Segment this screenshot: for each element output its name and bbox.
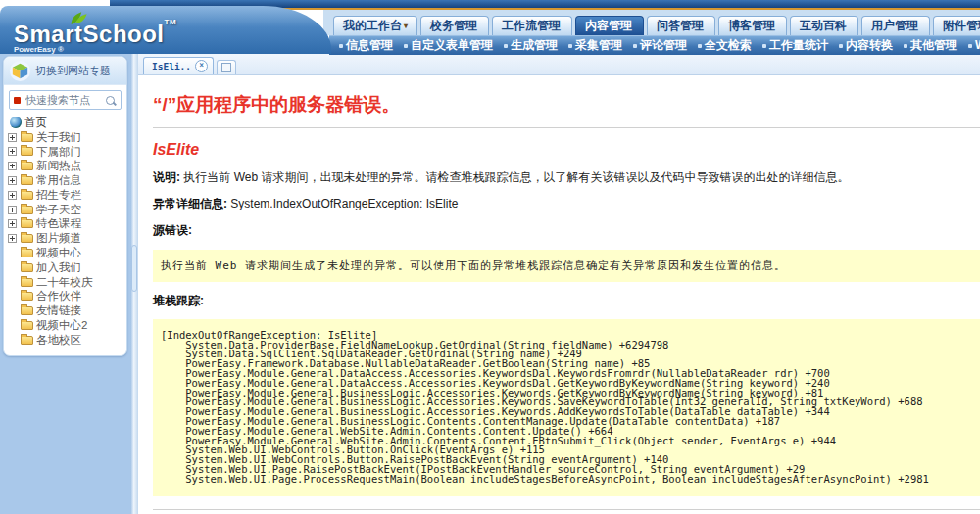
tree-node[interactable]: 合作伙伴: [8, 290, 124, 304]
folder-icon: [21, 292, 33, 301]
description-row: 说明: 执行当前 Web 请求期间，出现未处理的异常。请检查堆栈跟踪信息，以了解…: [153, 169, 980, 185]
nav-tab[interactable]: 附件管理: [933, 16, 980, 35]
folder-icon: [21, 234, 33, 243]
folder-icon: [21, 147, 33, 156]
bullet-icon: [568, 44, 572, 48]
expand-icon[interactable]: [8, 306, 17, 315]
source-error-box: 执行当前 Web 请求期间生成了未处理的异常。可以使用下面的异常堆栈跟踪信息确定…: [153, 250, 980, 282]
expand-icon[interactable]: [8, 234, 17, 243]
leaf-icon: [67, 10, 88, 26]
bullet-icon: [904, 44, 907, 48]
expand-icon[interactable]: [8, 162, 17, 170]
expand-icon[interactable]: [8, 191, 17, 200]
subnav-item[interactable]: 评论管理: [633, 37, 687, 54]
folder-icon: [21, 191, 33, 200]
source-error-row: 源错误:: [153, 222, 980, 238]
brand-tm: TM: [165, 18, 177, 26]
nav-tab[interactable]: 问答管理: [647, 16, 715, 35]
sub-nav: 信息管理 自定义表单管理 生成管理 采集管理 评论管理 全文检索: [329, 35, 980, 55]
nav-tab[interactable]: 工作流管理: [492, 16, 572, 35]
tree-node[interactable]: 友情链接: [8, 304, 124, 318]
expand-icon[interactable]: [8, 336, 17, 345]
nav-tab[interactable]: 互动百科: [790, 16, 858, 35]
tree-node[interactable]: 首页: [8, 116, 124, 130]
stack-trace-row: 堆栈跟踪:: [153, 293, 980, 308]
dropdown-arrow-icon: ▾: [404, 23, 408, 30]
sidebar: 切换到网站专题 首页 关于我们: [0, 54, 130, 514]
document-tab-label: IsEli..: [152, 61, 191, 71]
bullet-icon: [633, 44, 637, 48]
subnav-item[interactable]: 全文检索: [698, 37, 752, 54]
expand-icon[interactable]: [8, 219, 17, 228]
search-icon[interactable]: [106, 96, 115, 105]
expand-icon[interactable]: [8, 278, 17, 287]
bullet-icon: [698, 44, 702, 48]
bullet-icon: [839, 44, 843, 48]
tab-close-icon[interactable]: ×: [195, 60, 208, 72]
app-window: SmartSchoolTM PowerEasy ® 我的工作台 ▾ 校务管理 工…: [0, 0, 980, 514]
switch-site-link[interactable]: 切换到网站专题: [35, 64, 111, 78]
document-tabbar: IsEli.. ×: [138, 54, 980, 75]
tree-node[interactable]: 下属部门: [8, 145, 124, 160]
tree-node[interactable]: 图片频道: [8, 231, 124, 246]
tree-node[interactable]: 视频中心2: [8, 318, 124, 333]
tree-node[interactable]: 常用信息: [8, 173, 124, 188]
brand-subtitle: PowerEasy ®: [14, 45, 64, 54]
folder-icon: [21, 306, 33, 315]
folder-icon: [21, 278, 33, 287]
expand-icon[interactable]: [8, 263, 17, 272]
tree-node[interactable]: 关于我们: [8, 130, 124, 145]
subnav-item[interactable]: 信息管理: [339, 37, 393, 54]
subnav-item[interactable]: 工作量统计: [762, 37, 828, 54]
bullet-icon: [762, 44, 766, 48]
tab-menu-icon: [221, 63, 231, 72]
splitter-grip-icon[interactable]: [131, 245, 137, 292]
tree-node[interactable]: 二十年校庆: [8, 275, 124, 290]
subnav-item[interactable]: 生成管理: [504, 37, 558, 54]
details-label: 异常详细信息:: [153, 197, 227, 210]
site-tree: 首页 关于我们 下属部门 新闻热点: [4, 114, 126, 355]
node-search-box[interactable]: [9, 90, 122, 110]
nav-tab[interactable]: 用户管理: [861, 16, 930, 35]
nav-tab[interactable]: 博客管理: [718, 16, 787, 35]
tree-node[interactable]: 各地校区: [8, 333, 124, 348]
nav-tab[interactable]: 校务管理: [420, 16, 489, 35]
tab-menu-button[interactable]: [217, 60, 236, 74]
tree-node[interactable]: 新闻热点: [8, 159, 124, 173]
subnav-item[interactable]: WAP管理: [968, 37, 980, 54]
bullet-icon: [968, 44, 972, 48]
brand-logo[interactable]: SmartSchoolTM PowerEasy ®: [0, 6, 331, 54]
tree-node[interactable]: 招生专栏: [8, 188, 124, 203]
tree-node[interactable]: 视频中心: [8, 246, 124, 260]
folder-icon: [10, 117, 22, 128]
source-error-label: 源错误:: [153, 223, 192, 237]
nav-tab[interactable]: 内容管理: [575, 16, 644, 35]
subnav-item[interactable]: 自定义表单管理: [404, 37, 493, 54]
tree-node[interactable]: 特色课程: [8, 217, 124, 232]
folder-icon: [21, 336, 33, 345]
expand-icon[interactable]: [8, 206, 17, 214]
document-tab[interactable]: IsEli.. ×: [143, 57, 214, 74]
expand-icon[interactable]: [8, 292, 17, 301]
details-text: System.IndexOutOfRangeException: IsElite: [230, 197, 458, 210]
tree-node[interactable]: 加入我们: [8, 260, 124, 275]
subnav-item[interactable]: 内容转换: [839, 37, 893, 54]
description-text: 执行当前 Web 请求期间，出现未处理的异常。请检查堆栈跟踪信息，以了解有关该错…: [183, 170, 849, 184]
folder-icon: [21, 206, 33, 214]
search-input[interactable]: [24, 93, 103, 107]
site-cube-icon: [9, 60, 31, 82]
stack-trace-label: 堆栈跟踪:: [153, 294, 204, 307]
expand-icon[interactable]: [8, 133, 17, 142]
expand-icon[interactable]: [8, 249, 17, 257]
folder-icon: [21, 162, 33, 170]
exception-name: IsElite: [153, 141, 980, 159]
expand-icon[interactable]: [8, 321, 17, 330]
tree-node[interactable]: 学子天空: [8, 203, 124, 217]
expand-icon[interactable]: [8, 147, 17, 156]
sidebar-splitter[interactable]: [130, 54, 138, 514]
bullet-icon: [504, 44, 508, 48]
subnav-item[interactable]: 采集管理: [568, 37, 622, 54]
expand-icon[interactable]: [8, 176, 17, 185]
subnav-item[interactable]: 其他管理: [904, 37, 957, 54]
nav-tab[interactable]: 我的工作台 ▾: [333, 16, 417, 35]
